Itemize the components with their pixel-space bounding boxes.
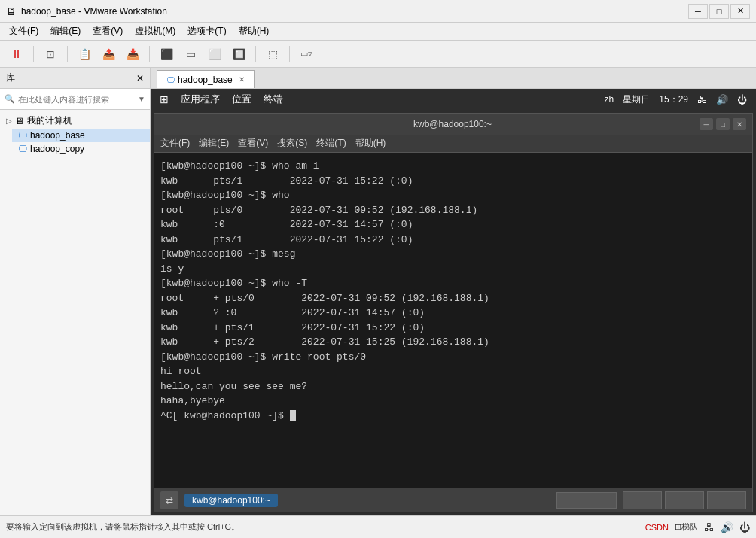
terminal-line: [kwb@hadoop100 ~]$ who	[160, 188, 746, 203]
status-volume-icon[interactable]: 🔊	[721, 521, 733, 533]
terminal-btn-2[interactable]	[665, 491, 704, 509]
toolbar: ⏸ ⊡ 📋 📤 📥 ⬛ ▭ ⬜ 🔲 ⬚ ▭▿	[0, 41, 756, 68]
terminal-menu-terminal[interactable]: 终端(T)	[316, 137, 346, 150]
terminal-menu-file[interactable]: 文件(F)	[160, 137, 190, 150]
terminal-tab-label[interactable]: kwb@hadoop100:~	[184, 494, 278, 507]
terminal-minimize-btn[interactable]: ─	[700, 118, 713, 130]
tab-bar: 🖵 hadoop_base ✕	[151, 68, 756, 89]
gnome-day: 星期日	[623, 93, 650, 106]
gnome-time: 15：29	[659, 93, 688, 106]
menu-tabs[interactable]: 选项卡(T)	[181, 23, 232, 39]
toolbar-sep-1	[33, 46, 34, 62]
main-area: 库 ✕ 🔍 ▼ ▷ 🖥 我的计算机 🖵 hadoop_base 🖵 hadoo	[0, 68, 756, 515]
menu-help[interactable]: 帮助(H)	[233, 23, 276, 39]
gnome-terminal-label[interactable]: 终端	[264, 93, 283, 106]
menu-edit[interactable]: 编辑(E)	[44, 23, 87, 39]
terminal-line: [kwb@hadoop100 ~]$ who am i	[160, 159, 746, 174]
terminal-menu: 文件(F) 编辑(E) 查看(V) 搜索(S) 终端(T) 帮助(H)	[154, 135, 752, 153]
terminal-menu-search[interactable]: 搜索(S)	[277, 137, 307, 150]
tree-my-computer[interactable]: ▷ 🖥 我的计算机	[0, 113, 150, 129]
terminal-search-input[interactable]	[556, 492, 617, 509]
toolbar-btn-7[interactable]: ⬜	[204, 44, 225, 65]
toolbar-sep-3	[149, 46, 150, 62]
tree-arrow-icon: ▷	[6, 117, 12, 125]
toolbar-btn-2[interactable]: 📋	[74, 44, 95, 65]
menu-view[interactable]: 查看(V)	[87, 23, 129, 39]
terminal-line: hi root	[160, 364, 746, 379]
toolbar-btn-1[interactable]: ⊡	[40, 44, 61, 65]
tree-item-hadoop-copy[interactable]: 🖵 hadoop_copy	[12, 142, 150, 156]
toolbar-btn-4[interactable]: 📥	[122, 44, 143, 65]
menu-file[interactable]: 文件(F)	[3, 23, 44, 39]
status-icon-1: CSDN	[645, 523, 669, 532]
status-text: 要将输入定向到该虚拟机，请将鼠标指针移入其中或按 Ctrl+G。	[6, 521, 239, 533]
toolbar-btn-8[interactable]: 🔲	[228, 44, 249, 65]
terminal-title: kwb@hadoop100:~	[206, 119, 700, 129]
my-computer-label: 我的计算机	[27, 114, 72, 127]
toolbar-sep-2	[67, 46, 68, 62]
sidebar-close-icon[interactable]: ✕	[136, 73, 144, 84]
gnome-places-label[interactable]: 位置	[232, 93, 251, 106]
terminal-close-btn[interactable]: ✕	[733, 118, 746, 130]
terminal-cursor	[290, 410, 296, 421]
status-right: CSDN ⊞梯队 🖧 🔊 ⏻	[645, 521, 750, 533]
search-icon: 🔍	[5, 94, 15, 104]
maximize-button[interactable]: □	[709, 4, 729, 19]
terminal-body[interactable]: [kwb@hadoop100 ~]$ who am ikwb pts/1 202…	[154, 153, 752, 488]
tab-hadoop-base[interactable]: 🖵 hadoop_base ✕	[157, 70, 255, 88]
toolbar-btn-3[interactable]: 📤	[98, 44, 119, 65]
terminal-line: kwb :0 2022-07-31 14:57 (:0)	[160, 217, 746, 233]
sidebar-search-container[interactable]: 🔍 ▼	[0, 89, 150, 110]
app-icon: 🖥	[6, 5, 17, 17]
terminal-menu-view[interactable]: 查看(V)	[238, 137, 268, 150]
terminal-menu-help[interactable]: 帮助(H)	[355, 137, 386, 150]
gnome-network-icon[interactable]: 🖧	[697, 94, 707, 105]
tree-item-hadoop-base[interactable]: 🖵 hadoop_base	[12, 129, 150, 142]
terminal-btn-1[interactable]	[623, 491, 662, 509]
status-power-icon[interactable]: ⏻	[739, 521, 750, 533]
gnome-apps-label[interactable]: 应用程序	[181, 93, 220, 106]
terminal-line: kwb ? :0 2022-07-31 14:57 (:0)	[160, 305, 746, 321]
menu-vm[interactable]: 虚拟机(M)	[129, 23, 181, 39]
gnome-volume-icon[interactable]: 🔊	[716, 94, 728, 105]
terminal-line: root + pts/0 2022-07-31 09:52 (192.168.1…	[160, 291, 746, 306]
tab-label: hadoop_base	[178, 74, 233, 85]
terminal-resize-icon[interactable]: ⇄	[160, 491, 178, 509]
gnome-power-icon[interactable]: ⏻	[737, 94, 747, 105]
status-network-icon[interactable]: 🖧	[704, 521, 715, 533]
search-input[interactable]	[18, 95, 136, 104]
close-button[interactable]: ✕	[730, 4, 750, 19]
terminal-btn-3[interactable]	[707, 491, 746, 509]
gnome-left: ⊞ 应用程序 位置 终端	[160, 93, 283, 106]
vmware-menubar: 文件(F) 编辑(E) 查看(V) 虚拟机(M) 选项卡(T) 帮助(H)	[0, 23, 756, 41]
status-bar: 要将输入定向到该虚拟机，请将鼠标指针移入其中或按 Ctrl+G。 CSDN ⊞梯…	[0, 515, 756, 538]
toolbar-btn-5[interactable]: ⬛	[156, 44, 177, 65]
gnome-topbar: ⊞ 应用程序 位置 终端 zh 星期日 15：29 🖧 🔊 ⏻	[151, 89, 756, 110]
tab-close-button[interactable]: ✕	[239, 75, 245, 84]
status-icon-2: ⊞梯队	[675, 521, 698, 533]
terminal-line: [kwb@hadoop100 ~]$ write root pts/0	[160, 350, 746, 365]
minimize-button[interactable]: ─	[688, 4, 708, 19]
sidebar: 库 ✕ 🔍 ▼ ▷ 🖥 我的计算机 🖵 hadoop_base 🖵 hadoo	[0, 68, 151, 515]
tree-vm-group: 🖵 hadoop_base 🖵 hadoop_copy	[0, 129, 150, 156]
toolbar-btn-6[interactable]: ▭	[180, 44, 201, 65]
terminal-line: haha,byebye	[160, 394, 746, 409]
toolbar-sep-5	[289, 46, 290, 62]
terminal-line: kwb + pts/1 2022-07-31 15:22 (:0)	[160, 321, 746, 336]
toolbar-btn-9[interactable]: ⬚	[262, 44, 283, 65]
search-dropdown-icon[interactable]: ▼	[138, 95, 145, 103]
terminal-maximize-btn[interactable]: □	[716, 118, 730, 130]
sidebar-header: 库 ✕	[0, 68, 150, 89]
vm-icon-1: 🖵	[18, 130, 27, 141]
vm-display: ⊞ 应用程序 位置 终端 zh 星期日 15：29 🖧 🔊 ⏻	[151, 89, 756, 515]
pause-button[interactable]: ⏸	[6, 44, 27, 65]
terminal-line: root pts/0 2022-07-31 09:52 (192.168.188…	[160, 203, 746, 218]
tab-icon: 🖵	[166, 75, 175, 84]
terminal-menu-edit[interactable]: 编辑(E)	[199, 137, 229, 150]
toolbar-btn-10[interactable]: ▭▿	[296, 44, 317, 65]
gnome-locale: zh	[605, 94, 614, 105]
gnome-apps-icon: ⊞	[160, 93, 169, 105]
terminal-bottombar: ⇄ kwb@hadoop100:~	[154, 488, 752, 512]
terminal-line: kwb pts/1 2022-07-31 15:22 (:0)	[160, 233, 746, 248]
vm2-label: hadoop_copy	[30, 144, 84, 154]
